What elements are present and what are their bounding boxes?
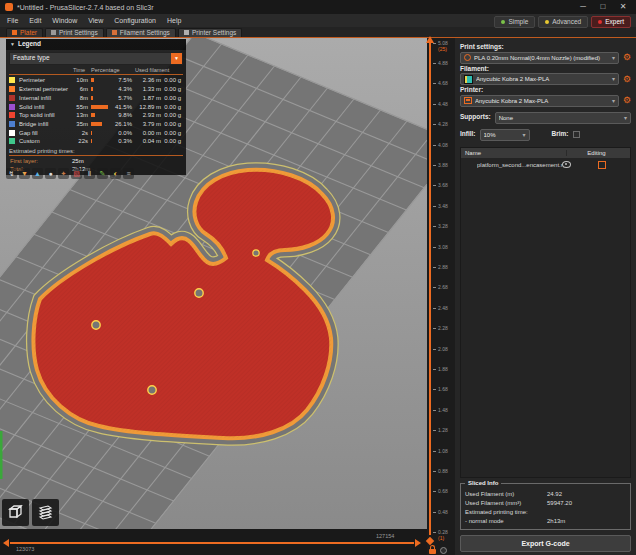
tool-changes-icon[interactable]: ✦	[58, 168, 69, 179]
layer-tick: 1.68	[433, 388, 448, 392]
edit-filament-button[interactable]: ⚙	[623, 75, 631, 84]
filament-color-swatch	[464, 75, 473, 84]
estimated-times-title: Estimated printing times:	[6, 146, 186, 155]
editing-toggle[interactable]	[598, 161, 606, 169]
export-gcode-button[interactable]: Export G-code	[460, 535, 631, 552]
chevron-down-icon: ▾	[612, 76, 615, 82]
tabbar: PlaterPrint SettingsFilament SettingsPri…	[0, 27, 636, 38]
printer-select[interactable]: Anycubic Kobra 2 Max-PLA ▾	[460, 95, 619, 107]
model-hole	[148, 386, 156, 394]
object-row[interactable]: platform_second...encasement.stl	[461, 158, 630, 172]
chevron-down-icon: ▾	[624, 115, 627, 121]
supports-value: None	[499, 115, 621, 121]
pause-prints-icon[interactable]: Ⅱ	[84, 168, 95, 179]
printer-icon	[184, 30, 189, 35]
mode-advanced[interactable]: Advanced	[538, 16, 588, 28]
slider-knob[interactable]	[440, 547, 447, 554]
layers-icon	[36, 503, 55, 522]
move-slider-track[interactable]	[10, 542, 414, 544]
menu-help[interactable]: Help	[167, 17, 181, 24]
close-button[interactable]: ✕	[615, 3, 631, 11]
chevron-down-icon[interactable]: ▼	[171, 53, 182, 64]
legend-column-headers: Time Percentage Used filament	[6, 67, 186, 75]
model-hole	[195, 289, 203, 297]
layer-tick: 0.88	[433, 469, 448, 473]
legend-title: Legend	[18, 41, 41, 48]
cube-icon	[6, 503, 25, 522]
layer-tick: 3.48	[433, 204, 448, 208]
layer-tick: 2.28	[433, 327, 448, 331]
layer-slider-bottom-layer: (1)	[438, 536, 444, 541]
maximize-button[interactable]: □	[595, 3, 611, 11]
gear-icon	[51, 30, 56, 35]
app-icon	[5, 3, 13, 11]
menu-configuration[interactable]: Configuration	[114, 17, 156, 24]
layer-tick: 3.28	[433, 225, 448, 229]
minimize-button[interactable]: ─	[575, 3, 591, 11]
edit-printer-button[interactable]: ⚙	[623, 96, 631, 105]
layer-tick: 1.28	[433, 429, 448, 433]
retractions-icon[interactable]: ▼	[19, 168, 30, 179]
layer-tick: 1.88	[433, 367, 448, 371]
layer-tick: 0.48	[433, 510, 448, 514]
layer-tick: 3.08	[433, 245, 448, 249]
mode-expert[interactable]: Expert	[591, 16, 631, 28]
visibility-eye-icon[interactable]	[562, 161, 571, 168]
estimated-time-row: Estimated printing time:	[465, 507, 626, 516]
supports-select[interactable]: None ▾	[495, 112, 631, 124]
layer-slider-handle-bottom[interactable]	[426, 537, 434, 545]
move-slider-left-handle[interactable]	[3, 539, 9, 547]
printer-icon	[464, 97, 472, 104]
menu-file[interactable]: File	[7, 17, 18, 24]
layer-tick: 2.08	[433, 347, 448, 351]
tab-print-settings[interactable]: Print Settings	[45, 28, 104, 38]
print-settings-select[interactable]: PLA 0.20mm Normal(0.4mm Nozzle) (modifie…	[460, 52, 619, 64]
legend-row-top-solid-infill: Top solid infill13m9.8%2.93 m0.00 g	[6, 111, 186, 120]
custom-gcode-icon[interactable]: ✎	[97, 168, 108, 179]
brim-checkbox[interactable]	[573, 131, 580, 138]
title-bar: *Untitled - PrusaSlicer-2.7.4 based on S…	[0, 0, 636, 14]
menu-view[interactable]: View	[88, 17, 103, 24]
infill-select[interactable]: 10% ▾	[480, 129, 530, 141]
seams-icon[interactable]: ●	[45, 168, 56, 179]
chevron-down-icon: ▾	[523, 132, 526, 138]
view-layers-button[interactable]	[32, 499, 59, 526]
object-name: platform_second...encasement.stl	[477, 162, 562, 168]
infill-label: Infill:	[460, 131, 476, 138]
collapse-triangle-icon: ▼	[10, 42, 15, 47]
legend-row-gap-fill: Gap fill2s0.0%0.00 m0.00 g	[6, 128, 186, 137]
legend-header[interactable]: ▼ Legend	[6, 39, 186, 50]
view-3d-button[interactable]	[2, 499, 29, 526]
layer-tick: 4.08	[433, 143, 448, 147]
layer-slider-track[interactable]	[429, 41, 431, 535]
filament-select[interactable]: Anycubic Kobra 2 Max-PLA ▾	[460, 73, 619, 85]
layer-tick: 2.48	[433, 306, 448, 310]
tab-filament-settings[interactable]: Filament Settings	[106, 28, 176, 38]
legend-row-solid-infill: Solid infill55m41.5%12.89 m0.00 g	[6, 102, 186, 111]
legend-toggle-icon[interactable]: ≡	[123, 168, 134, 179]
used-filament-mm3-row: Used Filament (mm³) 59947.20	[465, 498, 626, 507]
view-type-value: Feature type	[13, 55, 50, 62]
object-list-header: Name Editing	[461, 148, 630, 158]
viewport-3d[interactable]: ▼ Legend Feature type ▼ Time Percentage …	[0, 38, 427, 555]
layer-tick: 3.68	[433, 184, 448, 188]
sync-lock-icon[interactable]	[429, 549, 436, 554]
tab-plater[interactable]: Plater	[6, 28, 43, 38]
layer-slider[interactable]: (25) (1) 5.084.884.684.484.284.083.883.6…	[427, 38, 455, 555]
travel-icon[interactable]: ↯	[6, 168, 17, 179]
color-changes-icon[interactable]: ▧	[71, 168, 82, 179]
move-slider-max-label: 127154	[376, 534, 394, 540]
mode-simple[interactable]: Simple	[494, 16, 535, 28]
move-slider-right-handle[interactable]	[415, 539, 421, 547]
feature-color-swatch	[9, 86, 15, 92]
object-list: Name Editing platform_second...encasemen…	[460, 147, 631, 479]
feature-color-swatch	[9, 112, 15, 118]
printer-label: Printer:	[460, 87, 631, 94]
shells-icon[interactable]: ◐	[110, 168, 121, 179]
view-type-select[interactable]: Feature type ▼	[9, 52, 183, 65]
tab-printer-settings[interactable]: Printer Settings	[178, 28, 242, 38]
menu-window[interactable]: Window	[52, 17, 77, 24]
deretractions-icon[interactable]: ▲	[32, 168, 43, 179]
edit-print-settings-button[interactable]: ⚙	[623, 53, 631, 62]
menu-edit[interactable]: Edit	[29, 17, 41, 24]
